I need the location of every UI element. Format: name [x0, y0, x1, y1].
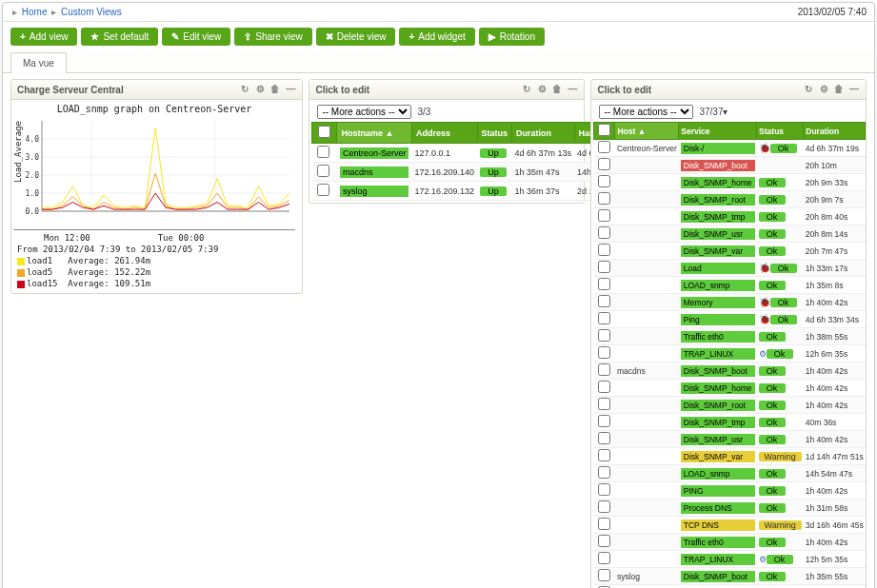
host-name[interactable]: macdns	[340, 167, 409, 178]
row-checkbox[interactable]	[598, 312, 610, 324]
table-row[interactable]: Disk_SNMP_tmp Ok 40m 36s 1h 35n	[594, 414, 866, 431]
row-checkbox[interactable]	[598, 158, 610, 170]
row-checkbox[interactable]	[598, 141, 610, 153]
service-name[interactable]: Traffic eth0	[681, 537, 755, 548]
table-row[interactable]: PING Ok 1h 40m 42s 1h 40n	[594, 482, 866, 500]
table-row[interactable]: Disk_SNMP_tmp Ok 20h 8m 40s 20h 8n	[594, 208, 866, 225]
row-checkbox[interactable]	[598, 552, 610, 564]
row-checkbox[interactable]	[598, 175, 610, 187]
service-name[interactable]: Disk_SNMP_tmp	[681, 417, 755, 428]
service-name[interactable]: PING	[681, 485, 755, 497]
table-row[interactable]: Memory 🐞Ok 1h 40m 42s 4d 6h 41n	[594, 294, 866, 311]
tab-ma-vue[interactable]: Ma vue	[10, 52, 67, 73]
col-hostname[interactable]: Hostname ▲	[337, 123, 412, 144]
row-checkbox[interactable]	[598, 226, 610, 239]
table-row[interactable]: Traffic eth0 Ok 1h 40m 42s 1h 40n	[594, 534, 866, 551]
breadcrumb-home[interactable]: Home	[22, 7, 48, 17]
row-checkbox[interactable]	[598, 518, 610, 530]
service-name[interactable]: Process DNS	[681, 502, 755, 514]
share-view-button[interactable]: ⇪Share view	[234, 28, 311, 46]
panel-title[interactable]: Click to edit	[597, 85, 651, 95]
table-row[interactable]: Load 🐞Ok 1h 33m 17s 1h 33n	[594, 260, 866, 277]
service-name[interactable]: Disk_SNMP_var	[681, 451, 755, 462]
row-checkbox[interactable]	[598, 449, 610, 461]
col-service[interactable]: Service	[679, 123, 757, 140]
row-checkbox[interactable]	[598, 432, 610, 444]
col-address[interactable]: Address	[411, 123, 477, 144]
breadcrumb-current[interactable]: Custom Views	[61, 7, 122, 17]
service-name[interactable]: Disk_SNMP_boot	[681, 571, 755, 582]
col-status[interactable]: Status	[757, 123, 804, 140]
row-checkbox[interactable]	[598, 346, 610, 359]
service-name[interactable]: Disk_SNMP_tmp	[681, 211, 755, 223]
refresh-icon[interactable]: ↻	[239, 84, 250, 95]
table-row[interactable]: Disk_SNMP_var Warning 1d 14h 47m 51s 1d …	[594, 448, 866, 465]
edit-view-button[interactable]: ✎Edit view	[162, 28, 230, 46]
col-duration[interactable]: Duration	[804, 123, 866, 140]
row-checkbox[interactable]	[598, 209, 610, 222]
service-name[interactable]: Traffic eth0	[681, 331, 755, 343]
row-checkbox[interactable]	[598, 415, 610, 427]
refresh-icon[interactable]: ↻	[521, 84, 532, 95]
service-name[interactable]: TCP DNS	[681, 519, 755, 531]
service-name[interactable]: Disk_SNMP_boot	[681, 160, 755, 171]
row-checkbox[interactable]	[598, 295, 610, 307]
row-checkbox[interactable]	[598, 569, 610, 581]
row-checkbox[interactable]	[598, 261, 610, 273]
service-name[interactable]: Disk_SNMP_home	[681, 177, 755, 188]
table-row[interactable]: Ping 🐞Ok 4d 6h 33m 34s 4d 6h 33n	[594, 311, 866, 328]
row-checkbox[interactable]	[598, 398, 610, 410]
row-checkbox[interactable]	[598, 244, 610, 256]
table-row[interactable]: Disk_SNMP_home Ok 1h 40m 42s 2d 11h 34n	[594, 585, 866, 589]
table-row[interactable]: Traffic eth0 Ok 1h 38m 55s 20h 5n	[594, 328, 866, 345]
table-row[interactable]: macdns Disk_SNMP_boot Ok 1h 40m 42s 1h 4…	[594, 363, 866, 380]
table-row[interactable]: TCP DNS Warning 3d 16h 46m 45s 3d 16h 46…	[594, 517, 866, 534]
table-row[interactable]: Disk_SNMP_home Ok 20h 9m 33s 20h 9n	[594, 174, 866, 191]
table-row[interactable]: Disk_SNMP_usr Ok 1h 40m 42s 1h 40n	[594, 431, 866, 448]
add-widget-button[interactable]: +Add widget	[399, 28, 474, 46]
row-checkbox[interactable]	[598, 192, 610, 205]
service-name[interactable]: Disk-/	[681, 143, 755, 154]
col-status[interactable]: Status	[477, 123, 512, 144]
trash-icon[interactable]: 🗑	[551, 84, 563, 95]
refresh-icon[interactable]: ↻	[803, 84, 814, 95]
row-checkbox[interactable]	[598, 535, 610, 547]
row-checkbox[interactable]	[317, 184, 329, 196]
row-checkbox[interactable]	[598, 329, 610, 342]
table-row[interactable]: TRAP_LINUX ⚙Ok 12h 5m 35s 12h 5n	[594, 551, 866, 568]
row-checkbox[interactable]	[317, 146, 329, 158]
table-row[interactable]: syslog Disk_SNMP_boot Ok 1h 35m 55s 1h 3…	[594, 568, 866, 585]
service-name[interactable]: Load	[681, 263, 755, 274]
more-actions-select[interactable]: -- More actions --	[599, 105, 693, 119]
table-row[interactable]: LOAD_snmp Ok 1h 35m 8s 14h 49n	[594, 277, 866, 294]
gear-icon[interactable]: ⚙	[254, 84, 266, 95]
add-view-button[interactable]: +Add view	[10, 28, 77, 46]
table-row[interactable]: Process DNS Ok 1h 31m 58s 1h 31n	[594, 500, 866, 517]
trash-icon[interactable]: 🗑	[269, 84, 281, 95]
table-row[interactable]: Disk_SNMP_boot 20h 10m 20	[594, 157, 866, 174]
set-default-button[interactable]: ★Set default	[81, 28, 158, 46]
rotation-button[interactable]: ▶Rotation	[479, 28, 545, 46]
service-name[interactable]: TRAP_LINUX	[681, 348, 755, 360]
service-name[interactable]: Disk_SNMP_usr	[681, 228, 755, 240]
service-name[interactable]: LOAD_snmp	[681, 280, 755, 291]
row-checkbox[interactable]	[598, 483, 610, 496]
service-name[interactable]: LOAD_snmp	[681, 468, 755, 480]
row-checkbox[interactable]	[598, 363, 610, 376]
host-name[interactable]: syslog	[340, 186, 409, 197]
table-row[interactable]: Disk_SNMP_root Ok 1h 40m 42s 1h 40n	[594, 397, 866, 414]
delete-view-button[interactable]: ✖Delete view	[316, 28, 396, 46]
table-row[interactable]: LOAD_snmp Ok 14h 54m 47s 14h 54n	[594, 465, 866, 482]
table-row[interactable]: Disk_SNMP_usr Ok 20h 8m 14s 20h 8n	[594, 225, 866, 243]
service-name[interactable]: Disk_SNMP_boot	[681, 365, 755, 377]
row-checkbox[interactable]	[598, 381, 610, 393]
col-host[interactable]: Host ▲	[615, 123, 679, 140]
col-duration[interactable]: Duration	[512, 123, 575, 144]
table-row[interactable]: Disk_SNMP_var Ok 20h 7m 47s 20h 7n	[594, 243, 866, 260]
service-name[interactable]: Disk_SNMP_root	[681, 194, 755, 206]
table-row[interactable]: Centreon-Server Disk-/ 🐞Ok 4d 6h 37m 19s…	[594, 140, 866, 157]
checkbox-header[interactable]	[594, 123, 615, 140]
collapse-icon[interactable]: —	[567, 84, 578, 95]
panel-title[interactable]: Click to edit	[315, 85, 369, 95]
row-checkbox[interactable]	[598, 278, 610, 290]
